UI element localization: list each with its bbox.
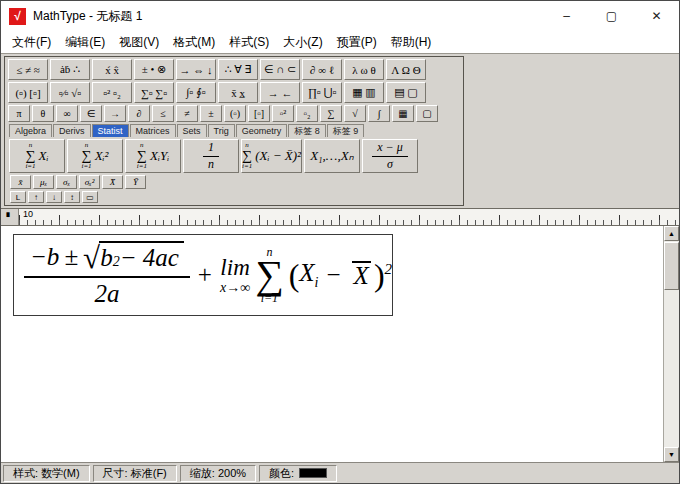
small-symbol-button[interactable]: (▫) (224, 105, 246, 122)
template-palette-button[interactable]: x̄ x̲ (218, 82, 258, 103)
ruler[interactable]: 10 (19, 209, 679, 225)
tab-stop-button[interactable]: ↓ (46, 191, 62, 203)
category-tab[interactable]: Geometry (236, 124, 288, 137)
scrollbar-thumb[interactable] (664, 242, 679, 290)
category-tab[interactable]: Statist (92, 124, 129, 137)
symbol-palette-button[interactable]: Λ Ω Θ (386, 59, 426, 80)
vertical-scrollbar[interactable]: ▲ ▼ (663, 226, 679, 462)
status-size[interactable]: 尺寸: 标准(F) (93, 465, 177, 482)
menu-item[interactable]: 帮助(H) (384, 32, 439, 53)
template-z-score-button[interactable]: x − μ σ (362, 139, 418, 173)
small-symbol-button[interactable]: ∂ (128, 105, 150, 122)
template-sum-xi-button[interactable]: n ∑ i=1 Xᵢ (9, 139, 65, 173)
template-palette-button[interactable]: ∫▫ ∮▫ (176, 82, 216, 103)
category-tab[interactable]: 标签 9 (327, 124, 365, 137)
small-symbol-button[interactable]: π (8, 105, 30, 122)
symbol-palette-button[interactable]: ∈ ∩ ⊂ (260, 59, 300, 80)
small-symbol-button[interactable]: ± (200, 105, 222, 122)
ruler-corner-button[interactable]: ▘ (1, 209, 19, 225)
category-tab[interactable]: Sets (177, 124, 207, 137)
template-sum-xi-squared-button[interactable]: n ∑ i=1 Xᵢ² (67, 139, 123, 173)
menu-item[interactable]: 编辑(E) (58, 32, 112, 53)
limit-text: lim (220, 256, 249, 279)
tab-stop-row: L↑↓↕▭ (7, 190, 461, 204)
small-symbol-button[interactable]: √ (344, 105, 366, 122)
mathtype-logo-icon: √ (9, 8, 26, 25)
scroll-up-button[interactable]: ▲ (664, 226, 679, 241)
small-symbol-button[interactable]: ∞ (56, 105, 78, 122)
template-one-over-n-button[interactable]: 1 n (183, 139, 239, 173)
template-palette-button[interactable]: ▫⁄▫ √▫ (50, 82, 90, 103)
radicand-exponent: 2 (113, 254, 120, 270)
template-sum-xiyi-button[interactable]: n ∑ i=1 XᵢYᵢ (125, 139, 181, 173)
category-tab[interactable]: Derivs (53, 124, 91, 137)
tab-stop-button[interactable]: ↑ (28, 191, 44, 203)
small-symbol-button[interactable]: ∫ (368, 105, 390, 122)
statistics-symbol-button[interactable]: μₓ (33, 175, 54, 189)
symbol-palette-button[interactable]: ȧḃ ∴ (50, 59, 90, 80)
menu-item[interactable]: 预置(P) (330, 32, 384, 53)
small-symbol-button[interactable]: → (104, 105, 126, 122)
minimize-button[interactable]: – (544, 1, 589, 31)
small-symbol-button[interactable]: [▫] (248, 105, 270, 122)
equation-selection-box[interactable]: −b ± √ b2 − 4ac 2a + lim (13, 234, 393, 316)
template-palette-button[interactable]: (▫) [▫] (8, 82, 48, 103)
menu-item[interactable]: 格式(M) (166, 32, 222, 53)
status-color[interactable]: 颜色: (259, 465, 337, 482)
small-symbol-button[interactable]: ∈ (80, 105, 102, 122)
symbol-palette-button[interactable]: λ ω θ (344, 59, 384, 80)
maximize-button[interactable]: ▢ (589, 1, 634, 31)
status-style[interactable]: 样式: 数学(M) (3, 465, 90, 482)
statistics-symbol-button[interactable]: Ȳ (125, 175, 146, 189)
work-area: −b ± √ b2 − 4ac 2a + lim (1, 226, 679, 462)
template-palette-button[interactable]: → ← (260, 82, 300, 103)
symbol-palette-button[interactable]: ± • ⊗ (134, 59, 174, 80)
statistics-symbol-button[interactable]: X̄ (102, 175, 123, 189)
small-symbol-button[interactable]: ∑ (320, 105, 342, 122)
template-palette-button[interactable]: ▤ ▢ (386, 82, 426, 103)
category-tab[interactable]: Matrices (130, 124, 176, 137)
symbol-palette-button[interactable]: x́ x̂ (92, 59, 132, 80)
template-x1-to-xn-button[interactable]: X₁,…,Xₙ (304, 139, 360, 173)
small-symbol-row: πθ∞∈→∂≤≠±(▫)[▫]▫²▫₂∑√∫▦▢ (7, 104, 461, 123)
small-symbol-button[interactable]: ▫₂ (296, 105, 318, 122)
small-symbol-button[interactable]: ≤ (152, 105, 174, 122)
close-button[interactable]: ✕ (634, 1, 679, 31)
statistics-symbol-button[interactable]: x̄ (10, 175, 31, 189)
tab-stop-button[interactable]: L (10, 191, 26, 203)
menu-item[interactable]: 大小(Z) (276, 32, 329, 53)
template-palette-button[interactable]: ∏▫ ⋃▫ (302, 82, 342, 103)
symbol-palette-button[interactable]: ≤ ≠ ≈ (8, 59, 48, 80)
symbol-palette-button[interactable]: ∂ ∞ ℓ (302, 59, 342, 80)
template-sum-deviation-squared-button[interactable]: n ∑ i=1 (Xᵢ − X̄)² (241, 139, 302, 173)
tab-stop-button[interactable]: ↕ (64, 191, 80, 203)
template-palette-button[interactable]: ▦ ▥ (344, 82, 384, 103)
statistics-symbol-button[interactable]: σₓ² (79, 175, 100, 189)
menu-item[interactable]: 视图(V) (112, 32, 166, 53)
statistics-symbol-row: x̄μₓσₓσₓ²X̄Ȳ (7, 174, 461, 190)
menu-item[interactable]: 样式(S) (222, 32, 276, 53)
scrollbar-track[interactable] (664, 290, 679, 447)
small-symbol-button[interactable]: θ (32, 105, 54, 122)
small-symbol-button[interactable]: ≠ (176, 105, 198, 122)
category-tab-bar: AlgebraDerivsStatistMatricesSetsTrigGeom… (7, 123, 461, 137)
small-symbol-button[interactable]: ▦ (392, 105, 414, 122)
scroll-down-button[interactable]: ▼ (664, 447, 679, 462)
small-symbol-button[interactable]: ▢ (416, 105, 438, 122)
category-tab[interactable]: Algebra (9, 124, 52, 137)
toolbar-zone: ≤ ≠ ≈ȧḃ ∴x́ x̂± • ⊗→ ⇔ ↓∴ ∀ ∃∈ ∩ ⊂∂ ∞ ℓλ… (1, 53, 679, 208)
statistics-symbol-button[interactable]: σₓ (56, 175, 77, 189)
symbol-palette-button[interactable]: → ⇔ ↓ (176, 59, 216, 80)
symbol-palette-button[interactable]: ∴ ∀ ∃ (218, 59, 258, 80)
category-tab[interactable]: 标签 8 (288, 124, 326, 137)
deviation-term: ( Xi − X ) 2 (289, 257, 392, 294)
small-symbol-button[interactable]: ▫² (272, 105, 294, 122)
status-zoom[interactable]: 缩放: 200% (180, 465, 256, 482)
equation-canvas[interactable]: −b ± √ b2 − 4ac 2a + lim (1, 226, 663, 462)
template-palette-button[interactable]: ▫² ▫₂ (92, 82, 132, 103)
open-paren: ( (289, 257, 300, 294)
tab-stop-button[interactable]: ▭ (82, 191, 98, 203)
category-tab[interactable]: Trig (208, 124, 235, 137)
template-palette-button[interactable]: ∑▫ ∑▫ (134, 82, 174, 103)
menu-item[interactable]: 文件(F) (5, 32, 58, 53)
